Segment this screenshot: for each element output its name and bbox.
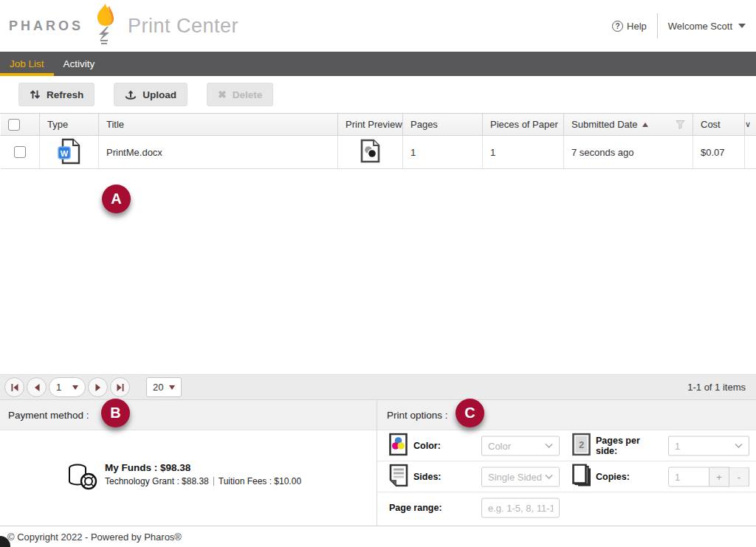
next-page-button[interactable] (88, 377, 108, 397)
print-options-row-3: Page range: (377, 492, 756, 523)
row-cost-cell: $0.07 (693, 136, 745, 169)
payment-method-header: Payment method : (0, 400, 377, 430)
row-select-cell (1, 136, 40, 169)
copies-icon (572, 464, 592, 489)
color-select[interactable]: Color (481, 436, 560, 455)
sides-select-value: Single Sided (488, 471, 542, 482)
upload-button[interactable]: Upload (114, 83, 188, 106)
first-page-button[interactable] (4, 377, 24, 397)
pages-per-side-value: 1 (675, 440, 680, 451)
filter-icon[interactable] (676, 120, 685, 129)
job-list-table: Type Title Print Preview Pages Pieces of… (0, 113, 756, 169)
job-toolbar: Refresh Upload ✖ Delete (18, 83, 273, 106)
column-header-title[interactable]: Title (99, 114, 338, 136)
row-pages-cell: 1 (403, 136, 483, 169)
select-all-checkbox[interactable] (8, 119, 20, 131)
column-header-type[interactable]: Type (40, 114, 99, 136)
funds-text: My Funds : $98.38 Technology Grant : $88… (105, 462, 301, 486)
delete-icon: ✖ (218, 89, 227, 100)
chevron-down-icon (545, 472, 553, 481)
pharos-print-center-app: PHAROS Print Center ? Help Welcome Scott (0, 0, 756, 547)
page-size-value: 20 (153, 382, 163, 393)
row-pieces-cell: 1 (483, 136, 564, 169)
payment-method-section: Payment method : My Funds : $98.38 Techn… (0, 400, 377, 526)
header-actions: ? Help Welcome Scott (612, 0, 746, 52)
tab-job-list[interactable]: Job List (0, 52, 54, 76)
my-funds-total: My Funds : $98.38 (105, 462, 301, 473)
print-options-header: Print options : (377, 400, 756, 430)
copyright-text: © Copyright 2022 - Powered by Pharos® (7, 531, 182, 543)
select-all-cell (1, 114, 40, 136)
copies-input[interactable]: 1 (668, 467, 709, 486)
pages-per-side-select[interactable]: 1 (668, 436, 749, 455)
chevron-down-icon (72, 385, 78, 390)
column-header-submitted-date[interactable]: Submitted Date (564, 114, 693, 136)
tab-activity[interactable]: Activity (54, 52, 105, 76)
submitted-date-label: Submitted Date (571, 119, 638, 130)
footer: © Copyright 2022 - Powered by Pharos® (0, 526, 756, 547)
header-divider (657, 13, 658, 38)
word-document-icon: W (58, 138, 81, 165)
pages-per-side-icon: 2 (572, 433, 591, 458)
tab-activity-label: Activity (63, 58, 95, 69)
row-type-cell: W (40, 136, 99, 169)
items-summary: 1-1 of 1 items (687, 382, 756, 393)
table-header-row: Type Title Print Preview Pages Pieces of… (1, 114, 756, 136)
chevron-down-icon (169, 385, 175, 390)
pager-bar: 1 20 1-1 of 1 items (0, 374, 756, 400)
sides-label: Sides: (413, 471, 441, 481)
next-page-icon (95, 384, 101, 391)
refresh-icon (30, 89, 41, 100)
copies-decrement-button[interactable]: - (729, 467, 749, 486)
copies-increment-button[interactable]: + (709, 467, 729, 486)
last-page-button[interactable] (110, 377, 130, 397)
upload-icon (125, 89, 137, 100)
sides-select[interactable]: Single Sided (481, 467, 560, 486)
tab-job-list-label: Job List (10, 58, 44, 69)
help-link[interactable]: ? Help (612, 21, 647, 32)
annotation-badge-a: A (102, 185, 131, 213)
coins-icon (68, 462, 97, 490)
fund-technology-grant: Technology Grant : $88.38 (105, 476, 209, 486)
column-header-pieces-of-paper[interactable]: Pieces of Paper (483, 114, 564, 136)
delete-button[interactable]: ✖ Delete (207, 83, 273, 106)
pages-per-side-label: Pages per side: (596, 435, 658, 456)
column-header-cost[interactable]: Cost (693, 114, 745, 136)
print-options-row-1: Color: Color 2 Pages per side: 1 (377, 430, 756, 461)
current-page-value: 1 (56, 382, 61, 393)
funds-block: My Funds : $98.38 Technology Grant : $88… (68, 462, 301, 490)
color-label: Color: (413, 440, 441, 450)
page-size-dropdown[interactable]: 20 (146, 377, 182, 397)
svg-text:2: 2 (579, 438, 584, 450)
column-header-print-preview[interactable]: Print Preview (338, 114, 403, 136)
help-label: Help (627, 21, 647, 32)
print-preview-icon[interactable] (360, 139, 380, 165)
row-checkbox[interactable] (14, 146, 26, 158)
active-tab-underline (0, 73, 54, 76)
chevron-down-icon (735, 441, 743, 450)
copies-label: Copies: (596, 471, 630, 481)
previous-page-button[interactable] (27, 377, 47, 397)
help-icon: ? (612, 21, 623, 32)
chevron-down-icon (545, 441, 553, 450)
page-range-input[interactable] (481, 498, 560, 518)
column-menu-cell: ∨ (745, 114, 756, 136)
print-options-row-2: Sides: Single Sided Copies: 1 + - (377, 461, 756, 492)
print-options-section: Print options : Color: Color (377, 400, 756, 526)
job-row[interactable]: W PrintMe.docx 1 (1, 136, 756, 169)
refresh-button[interactable]: Refresh (18, 83, 94, 106)
main-tabbar: Job List Activity (0, 52, 756, 76)
current-page-dropdown[interactable]: 1 (49, 377, 86, 397)
row-title-cell: PrintMe.docx (99, 136, 338, 169)
column-header-pages[interactable]: Pages (403, 114, 483, 136)
refresh-label: Refresh (47, 89, 83, 100)
torch-icon (89, 3, 120, 49)
color-icon (389, 433, 408, 458)
copies-stepper: 1 + - (668, 467, 749, 486)
color-select-value: Color (488, 440, 511, 451)
chevron-down-icon (738, 24, 746, 28)
brand-wordmark: PHAROS (9, 18, 83, 34)
sides-icon (389, 464, 408, 489)
column-menu-icon[interactable]: ∨ (745, 120, 751, 128)
user-menu[interactable]: Welcome Scott (668, 21, 746, 32)
